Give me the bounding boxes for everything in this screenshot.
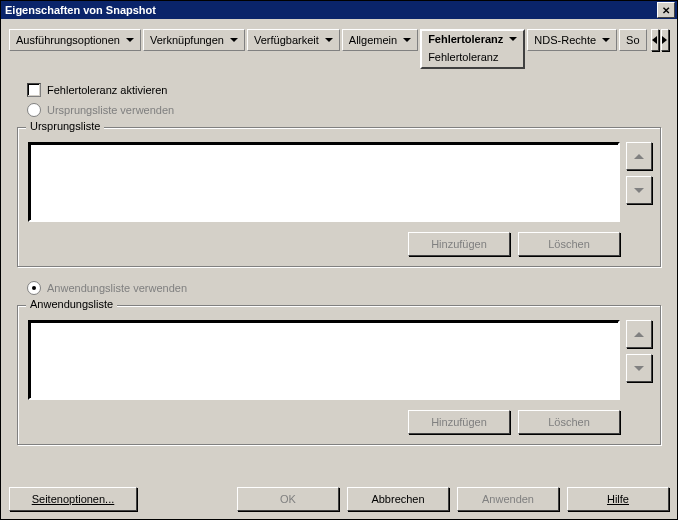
- app-button-row: Hinzufügen Löschen: [28, 410, 650, 434]
- app-radio-label: Anwendungsliste verwenden: [47, 282, 187, 294]
- source-list-legend: Ursprungsliste: [26, 120, 104, 132]
- source-list-wrap: [28, 142, 650, 222]
- tab-run-options[interactable]: Ausführungsoptionen: [9, 29, 141, 51]
- activate-checkbox[interactable]: [27, 83, 41, 97]
- tab-strip: Ausführungsoptionen Verknüpfungen Verfüg…: [9, 29, 669, 65]
- tab-label: Verfügbarkeit: [254, 34, 319, 46]
- app-listbox[interactable]: [28, 320, 620, 400]
- tab-nds-rights[interactable]: NDS-Rechte: [527, 29, 617, 51]
- page-options-button[interactable]: Seitenoptionen...: [9, 487, 137, 511]
- tab-label: Verknüpfungen: [150, 34, 224, 46]
- source-radio-label: Ursprungsliste verwenden: [47, 104, 174, 116]
- tab-scroll-right-button[interactable]: [661, 29, 669, 51]
- chevron-left-icon: [652, 36, 657, 44]
- source-delete-button[interactable]: Löschen: [518, 232, 620, 256]
- chevron-down-icon: [602, 38, 610, 42]
- client-area: Ausführungsoptionen Verknüpfungen Verfüg…: [1, 19, 677, 519]
- app-list-legend: Anwendungsliste: [26, 298, 117, 310]
- app-radio-row: Anwendungsliste verwenden: [27, 281, 661, 295]
- arrow-down-icon: [634, 188, 644, 193]
- app-move-up-button[interactable]: [626, 320, 652, 348]
- chevron-down-icon: [325, 38, 333, 42]
- source-button-row: Hinzufügen Löschen: [28, 232, 650, 256]
- apply-button[interactable]: Anwenden: [457, 487, 559, 511]
- arrow-up-icon: [634, 154, 644, 159]
- app-list-group: Anwendungsliste Hinzufügen Löschen: [17, 305, 661, 445]
- tab-label: Ausführungsoptionen: [16, 34, 120, 46]
- tab-general[interactable]: Allgemein: [342, 29, 418, 51]
- app-radio[interactable]: [27, 281, 41, 295]
- source-radio[interactable]: [27, 103, 41, 117]
- app-list-wrap: [28, 320, 650, 400]
- dialog-window: Eigenschaften von Snapshot ✕ Ausführungs…: [0, 0, 678, 520]
- chevron-down-icon: [230, 38, 238, 42]
- cancel-button[interactable]: Abbrechen: [347, 487, 449, 511]
- button-label: OK: [280, 493, 296, 505]
- chevron-down-icon: [403, 38, 411, 42]
- ok-button[interactable]: OK: [237, 487, 339, 511]
- button-label: Seitenoptionen...: [32, 493, 115, 505]
- chevron-right-icon: [662, 36, 667, 44]
- footer-bar: Seitenoptionen... OK Abbrechen Anwenden …: [9, 487, 669, 511]
- app-move-down-button[interactable]: [626, 354, 652, 382]
- help-button[interactable]: Hilfe: [567, 487, 669, 511]
- tab-label: NDS-Rechte: [534, 34, 596, 46]
- app-reorder-buttons: [626, 320, 650, 400]
- tab-shortcuts[interactable]: Verknüpfungen: [143, 29, 245, 51]
- chevron-down-icon: [126, 38, 134, 42]
- source-list-group: Ursprungsliste Hinzufügen Löschen: [17, 127, 661, 267]
- tab-label: So: [626, 34, 639, 46]
- source-move-up-button[interactable]: [626, 142, 652, 170]
- tab-fault-tolerance[interactable]: Fehlertoleranz Fehlertoleranz: [420, 29, 525, 69]
- tab-overflow[interactable]: So: [619, 29, 646, 51]
- arrow-down-icon: [634, 366, 644, 371]
- window-title: Eigenschaften von Snapshot: [5, 4, 156, 16]
- button-label: Hinzufügen: [431, 416, 487, 428]
- source-radio-row: Ursprungsliste verwenden: [27, 103, 661, 117]
- close-icon: ✕: [662, 5, 670, 16]
- source-reorder-buttons: [626, 142, 650, 222]
- button-label: Hinzufügen: [431, 238, 487, 250]
- tab-sublabel: Fehlertoleranz: [428, 51, 498, 63]
- button-label: Löschen: [548, 416, 590, 428]
- tab-scroll-left-button[interactable]: [651, 29, 659, 51]
- chevron-down-icon: [509, 37, 517, 41]
- close-button[interactable]: ✕: [657, 2, 675, 18]
- button-label: Hilfe: [607, 493, 629, 505]
- tab-content: Fehlertoleranz aktivieren Ursprungsliste…: [17, 77, 661, 473]
- titlebar: Eigenschaften von Snapshot ✕: [1, 1, 677, 19]
- activate-checkbox-label: Fehlertoleranz aktivieren: [47, 84, 167, 96]
- tab-availability[interactable]: Verfügbarkeit: [247, 29, 340, 51]
- button-label: Löschen: [548, 238, 590, 250]
- source-add-button[interactable]: Hinzufügen: [408, 232, 510, 256]
- arrow-up-icon: [634, 332, 644, 337]
- tab-label: Fehlertoleranz: [428, 33, 503, 45]
- source-move-down-button[interactable]: [626, 176, 652, 204]
- activate-checkbox-row: Fehlertoleranz aktivieren: [27, 83, 661, 97]
- tab-label: Allgemein: [349, 34, 397, 46]
- button-label: Anwenden: [482, 493, 534, 505]
- source-listbox[interactable]: [28, 142, 620, 222]
- app-delete-button[interactable]: Löschen: [518, 410, 620, 434]
- button-label: Abbrechen: [371, 493, 424, 505]
- app-add-button[interactable]: Hinzufügen: [408, 410, 510, 434]
